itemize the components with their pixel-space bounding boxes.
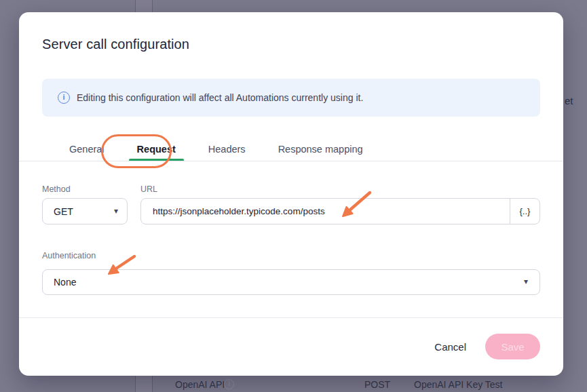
method-value: GET [54, 206, 73, 217]
background-row-method: POST [364, 379, 390, 390]
cancel-button[interactable]: Cancel [434, 341, 466, 353]
info-banner: i Editing this configuration will affect… [42, 79, 540, 117]
save-button[interactable]: Save [485, 334, 540, 359]
method-label: Method [42, 184, 71, 194]
tab-headers[interactable]: Headers [200, 138, 254, 161]
url-input[interactable] [141, 199, 510, 224]
info-banner-text: Editing this configuration will affect a… [77, 92, 363, 103]
insert-variable-button[interactable]: {..} [510, 199, 539, 224]
tab-request[interactable]: Request [129, 138, 184, 161]
chevron-down-icon: ▾ [524, 277, 528, 286]
tabbar-divider [19, 161, 563, 161]
method-select[interactable]: GET ▾ [42, 198, 128, 224]
url-field: {..} [140, 198, 540, 224]
background-row-auth: OpenAI API Key Test [414, 379, 502, 390]
background-table-row: OpenAI API i POST OpenAI API Key Test [0, 378, 587, 392]
background-clipped-text: et [565, 95, 573, 106]
server-call-configuration-dialog: Server call configuration i Editing this… [19, 12, 563, 376]
dialog-tabs: General Request Headers Response mapping [61, 138, 371, 161]
chevron-down-icon: ▾ [114, 206, 118, 216]
authentication-select[interactable]: None ▾ [42, 269, 540, 295]
info-icon: i [224, 379, 234, 389]
background-row-name: OpenAI API [175, 379, 225, 390]
tab-general[interactable]: General [61, 138, 113, 161]
braces-icon: {..} [520, 206, 531, 216]
authentication-value: None [54, 277, 76, 288]
authentication-label: Authentication [42, 251, 96, 260]
dialog-title: Server call configuration [42, 37, 189, 52]
tab-response-mapping[interactable]: Response mapping [270, 138, 371, 161]
dialog-footer: Cancel Save [19, 317, 563, 376]
url-label: URL [140, 184, 157, 194]
info-icon: i [58, 92, 70, 104]
